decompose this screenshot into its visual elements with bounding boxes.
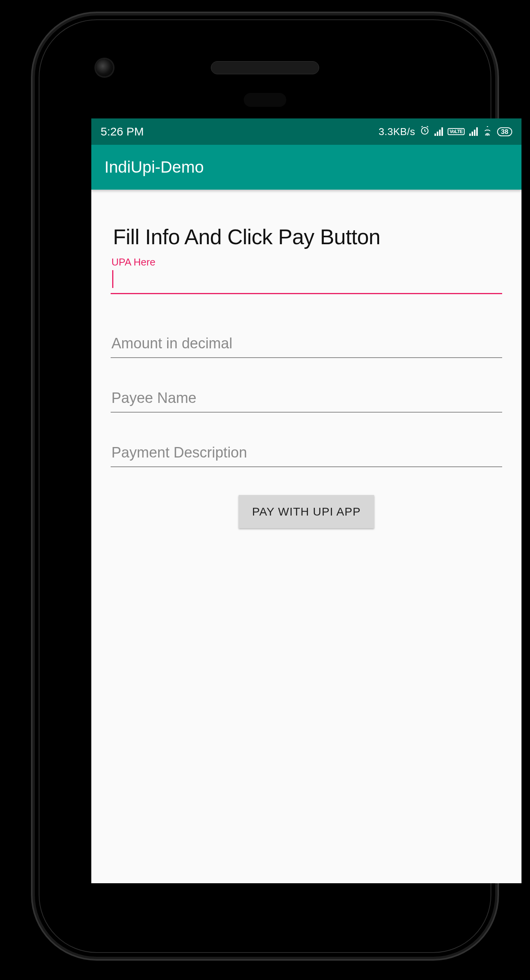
upa-label: UPA Here [111, 256, 156, 268]
status-net-speed: 3.3KB/s [379, 126, 415, 138]
text-cursor [112, 270, 113, 288]
page-title: Fill Info And Click Pay Button [113, 224, 502, 249]
status-bar: 5:26 PM 3.3KB/s VoLTE [91, 118, 521, 145]
pay-button[interactable]: PAY WITH UPI APP [239, 495, 374, 528]
signal-bars-icon-2 [469, 127, 478, 136]
signal-bars-icon [434, 127, 443, 136]
content-area: Fill Info And Click Pay Button UPA Here … [91, 190, 521, 528]
wifi-icon [482, 128, 492, 135]
status-time: 5:26 PM [101, 125, 144, 138]
upa-input[interactable] [111, 267, 502, 294]
app-title: IndiUpi-Demo [104, 158, 204, 176]
volte-icon: VoLTE [448, 128, 465, 135]
amount-field-container [111, 331, 502, 358]
front-camera [96, 59, 113, 76]
earpiece [211, 61, 319, 74]
battery-icon: 38 [497, 127, 512, 136]
amount-input[interactable] [111, 331, 502, 358]
screen: 5:26 PM 3.3KB/s VoLTE [91, 118, 521, 883]
payee-field-container [111, 386, 502, 413]
phone-frame-inner: 5:26 PM 3.3KB/s VoLTE [42, 22, 488, 950]
app-bar: IndiUpi-Demo [91, 145, 521, 190]
phone-frame: 5:26 PM 3.3KB/s VoLTE [35, 15, 495, 957]
payment-description-input[interactable] [111, 440, 502, 467]
description-field-container [111, 440, 502, 467]
upa-field-container: UPA Here [111, 267, 502, 294]
payee-name-input[interactable] [111, 386, 502, 413]
alarm-icon [420, 125, 430, 138]
sensor-pill [244, 93, 286, 107]
